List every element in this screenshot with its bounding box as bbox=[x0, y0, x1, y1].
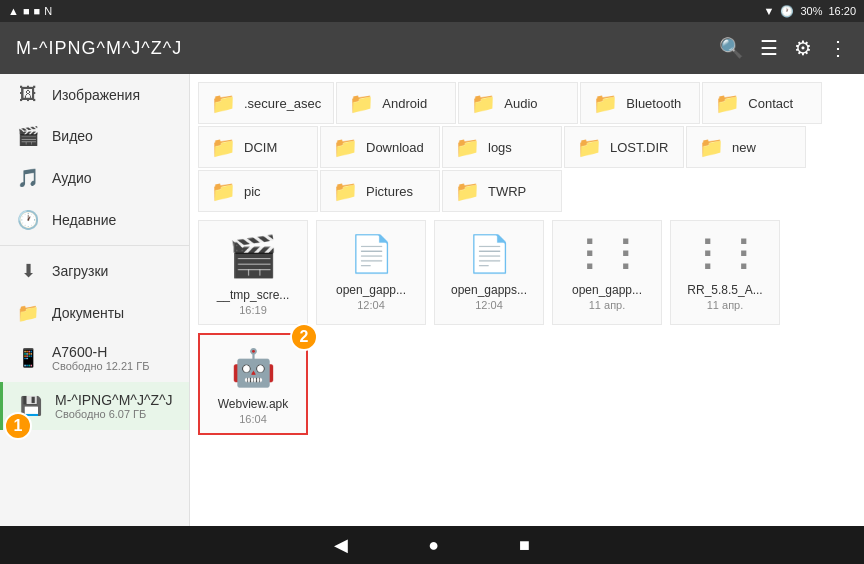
file-item-rr[interactable]: ⋮⋮ RR_5.8.5_A... 11 апр. bbox=[670, 220, 780, 325]
sidebar-sublabel-device1: Свободно 12.21 ГБ bbox=[52, 360, 149, 372]
sidebar-device2-wrapper: 💾 M-^IPNG^M^J^Z^J Свободно 6.07 ГБ 1 bbox=[0, 382, 189, 430]
file-item-gapp2[interactable]: 📄 open_gapps... 12:04 bbox=[434, 220, 544, 325]
sidebar-device2-text: M-^IPNG^M^J^Z^J Свободно 6.07 ГБ bbox=[55, 392, 173, 420]
folder-name: TWRP bbox=[488, 184, 526, 199]
video-file-icon: 🎬 bbox=[228, 233, 278, 280]
folder-secure-asec[interactable]: 📁 .secure_asec bbox=[198, 82, 334, 124]
sidebar-item-device1[interactable]: 📱 A7600-H Свободно 12.21 ГБ bbox=[0, 334, 189, 382]
file-date: 11 апр. bbox=[707, 299, 744, 311]
folder-pictures[interactable]: 📁 Pictures bbox=[320, 170, 440, 212]
folder-icon: 📁 bbox=[455, 179, 480, 203]
filter-button[interactable]: ⚙ bbox=[794, 36, 812, 60]
sidebar-label-video: Видео bbox=[52, 128, 93, 144]
folder-twrp[interactable]: 📁 TWRP bbox=[442, 170, 562, 212]
sidebar-item-audio[interactable]: 🎵 Аудио bbox=[0, 157, 189, 199]
recent-icon: 🕐 bbox=[16, 209, 40, 231]
file-date: 12:04 bbox=[475, 299, 503, 311]
folder-icon: 📁 bbox=[593, 91, 618, 115]
back-button[interactable]: ◀ bbox=[334, 534, 348, 556]
folder-name: DCIM bbox=[244, 140, 277, 155]
search-button[interactable]: 🔍 bbox=[719, 36, 744, 60]
sidebar-divider bbox=[0, 245, 189, 246]
folder-icon: 📁 bbox=[333, 179, 358, 203]
sidebar-item-recent[interactable]: 🕐 Недавние bbox=[0, 199, 189, 241]
nav-bar: ◀ ● ■ bbox=[0, 526, 864, 564]
list-view-button[interactable]: ☰ bbox=[760, 36, 778, 60]
file-name: __tmp_scre... bbox=[217, 288, 290, 302]
file-name: open_gapp... bbox=[572, 283, 642, 297]
sidebar-label-device1: A7600-H bbox=[52, 344, 149, 360]
folder-name: .secure_asec bbox=[244, 96, 321, 111]
folder-pic[interactable]: 📁 pic bbox=[198, 170, 318, 212]
folder-name: Contact bbox=[748, 96, 793, 111]
folder-audio[interactable]: 📁 Audio bbox=[458, 82, 578, 124]
sidebar-sublabel-device2: Свободно 6.07 ГБ bbox=[55, 408, 173, 420]
folder-android[interactable]: 📁 Android bbox=[336, 82, 456, 124]
sidebar-item-documents[interactable]: 📁 Документы bbox=[0, 292, 189, 334]
annotation-badge-1: 1 bbox=[4, 412, 32, 440]
status-bar-right: ▼ 🕐 30% 16:20 bbox=[764, 5, 856, 18]
sidebar: 🖼 Изображения 🎬 Видео 🎵 Аудио 🕐 Недавние… bbox=[0, 74, 190, 526]
folder-download[interactable]: 📁 Download bbox=[320, 126, 440, 168]
folder-logs[interactable]: 📁 logs bbox=[442, 126, 562, 168]
file-item-webview-wrapper: 🤖 Webview.apk 16:04 2 bbox=[198, 333, 308, 435]
folder-name: LOST.DIR bbox=[610, 140, 669, 155]
folder-icon: 📁 bbox=[349, 91, 374, 115]
folder-dcim[interactable]: 📁 DCIM bbox=[198, 126, 318, 168]
sidebar-label-downloads: Загрузки bbox=[52, 263, 108, 279]
documents-icon: 📁 bbox=[16, 302, 40, 324]
clock: 16:20 bbox=[828, 5, 856, 17]
file-date: 12:04 bbox=[357, 299, 385, 311]
notification-icon-1: ▲ bbox=[8, 5, 19, 17]
folder-bluetooth[interactable]: 📁 Bluetooth bbox=[580, 82, 700, 124]
file-item-gapp1[interactable]: 📄 open_gapp... 12:04 bbox=[316, 220, 426, 325]
folder-lostdir[interactable]: 📁 LOST.DIR bbox=[564, 126, 684, 168]
notification-icon-2: ■ bbox=[23, 5, 30, 17]
body-layout: 🖼 Изображения 🎬 Видео 🎵 Аудио 🕐 Недавние… bbox=[0, 74, 864, 526]
home-button[interactable]: ● bbox=[428, 535, 439, 556]
sidebar-label-recent: Недавние bbox=[52, 212, 116, 228]
notification-icon-3: ■ bbox=[34, 5, 41, 17]
folder-grid: 📁 .secure_asec 📁 Android 📁 Audio 📁 Bluet… bbox=[198, 82, 856, 212]
file-item-webview[interactable]: 🤖 Webview.apk 16:04 bbox=[198, 333, 308, 435]
downloads-icon: ⬇ bbox=[16, 260, 40, 282]
recents-button[interactable]: ■ bbox=[519, 535, 530, 556]
sidebar-label-audio: Аудио bbox=[52, 170, 92, 186]
sidebar-device1-text: A7600-H Свободно 12.21 ГБ bbox=[52, 344, 149, 372]
folder-icon: 📁 bbox=[211, 91, 236, 115]
folder-contact[interactable]: 📁 Contact bbox=[702, 82, 822, 124]
folder-icon: 📁 bbox=[699, 135, 724, 159]
file-item-tmp-scre[interactable]: 🎬 __tmp_scre... 16:19 bbox=[198, 220, 308, 325]
folder-icon: 📁 bbox=[211, 179, 236, 203]
folder-name: new bbox=[732, 140, 756, 155]
alarm-icon: 🕐 bbox=[780, 5, 794, 18]
file-name: open_gapp... bbox=[336, 283, 406, 297]
video-icon: 🎬 bbox=[16, 125, 40, 147]
folder-name: Android bbox=[382, 96, 427, 111]
file-icon: 📄 bbox=[467, 233, 512, 275]
folder-icon: 📁 bbox=[715, 91, 740, 115]
annotation-badge-2: 2 bbox=[290, 323, 318, 351]
sidebar-item-video[interactable]: 🎬 Видео bbox=[0, 115, 189, 157]
file-icon: 📄 bbox=[349, 233, 394, 275]
folder-icon: 📁 bbox=[471, 91, 496, 115]
sidebar-item-images[interactable]: 🖼 Изображения bbox=[0, 74, 189, 115]
file-name: open_gapps... bbox=[451, 283, 527, 297]
file-date: 11 апр. bbox=[589, 299, 626, 311]
sidebar-item-downloads[interactable]: ⬇ Загрузки bbox=[0, 250, 189, 292]
more-button[interactable]: ⋮ bbox=[828, 36, 848, 60]
folder-name: Download bbox=[366, 140, 424, 155]
file-item-gapp3[interactable]: ⋮⋮ open_gapp... 11 апр. bbox=[552, 220, 662, 325]
wifi-icon: ▼ bbox=[764, 5, 775, 17]
sidebar-label-images: Изображения bbox=[52, 87, 140, 103]
status-bar: ▲ ■ ■ N ▼ 🕐 30% 16:20 bbox=[0, 0, 864, 22]
folder-icon: 📁 bbox=[577, 135, 602, 159]
toolbar: M-^IPNG^M^J^Z^J 🔍 ☰ ⚙ ⋮ bbox=[0, 22, 864, 74]
apk-icon: 🤖 bbox=[231, 347, 276, 389]
toolbar-title: M-^IPNG^M^J^Z^J bbox=[16, 38, 182, 59]
folder-new[interactable]: 📁 new bbox=[686, 126, 806, 168]
archive-icon: ⋮⋮ bbox=[571, 233, 643, 275]
folder-name: logs bbox=[488, 140, 512, 155]
app-container: M-^IPNG^M^J^Z^J 🔍 ☰ ⚙ ⋮ 🖼 Изображения 🎬 … bbox=[0, 22, 864, 526]
file-grid: 🎬 __tmp_scre... 16:19 📄 open_gapp... 12:… bbox=[198, 220, 856, 435]
